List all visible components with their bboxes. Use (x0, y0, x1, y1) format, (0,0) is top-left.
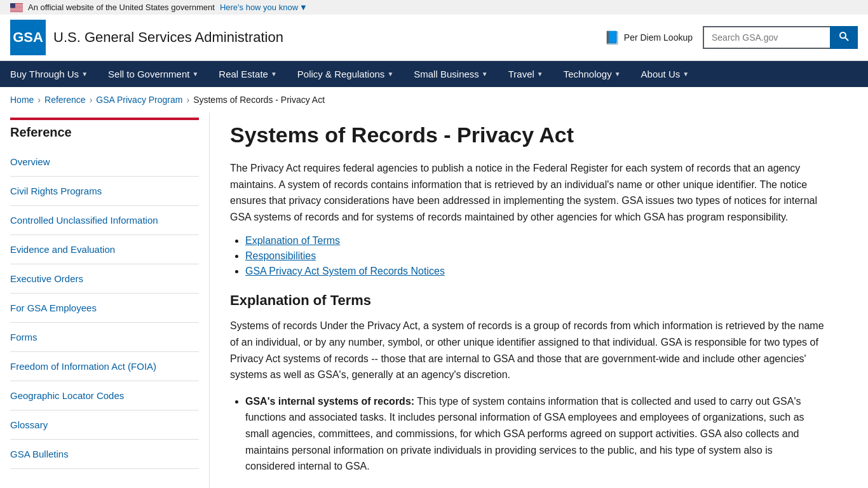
internal-systems-list: GSA's internal systems of records: This … (245, 393, 825, 488)
breadcrumb-sep-3: › (186, 95, 189, 105)
svg-line-9 (845, 37, 848, 41)
breadcrumb-sep-2: › (90, 95, 93, 105)
internal-systems-text: GSA's internal systems of records: This … (245, 393, 825, 475)
sidebar-item-controlled[interactable]: Controlled Unclassified Information (10, 206, 199, 235)
sidebar-item-geographic[interactable]: Geographic Locator Codes (10, 381, 199, 410)
sidebar-title: Reference (10, 118, 199, 147)
header-right-area: 📘 Per Diem Lookup (604, 26, 858, 49)
nav-arrow-travel: ▼ (537, 71, 543, 78)
nav-item-policy[interactable]: Policy & Regulations ▼ (287, 61, 403, 87)
breadcrumb-home[interactable]: Home (10, 95, 34, 105)
per-diem-icon: 📘 (604, 30, 620, 45)
nav-arrow-buy: ▼ (81, 71, 88, 78)
sidebar-item-evidence[interactable]: Evidence and Evaluation (10, 235, 199, 264)
breadcrumb-sep-1: › (37, 95, 41, 105)
nav-arrow-smallbiz: ▼ (482, 71, 488, 78)
per-diem-lookup[interactable]: 📘 Per Diem Lookup (604, 30, 693, 45)
internal-systems-item: GSA's internal systems of records: This … (245, 393, 825, 475)
per-diem-label: Per Diem Lookup (624, 32, 693, 43)
gsa-logo: GSA (10, 20, 46, 55)
main-content: Systems of Records - Privacy Act The Pri… (210, 112, 845, 488)
nav-item-smallbiz[interactable]: Small Business ▼ (403, 61, 498, 87)
breadcrumb-reference[interactable]: Reference (44, 95, 86, 105)
search-bar (703, 26, 858, 49)
list-item: Responsibilities (245, 250, 825, 262)
svg-rect-6 (10, 10, 23, 11)
sidebar-item-civil-rights[interactable]: Civil Rights Programs (10, 177, 199, 206)
sidebar: Reference Overview Civil Rights Programs… (0, 112, 210, 488)
breadcrumb-privacy-program[interactable]: GSA Privacy Program (96, 95, 182, 105)
link-explanation-of-terms[interactable]: Explanation of Terms (245, 235, 340, 246)
sidebar-item-gsa-bulletins[interactable]: GSA Bulletins (10, 440, 199, 469)
internal-systems-label: GSA's internal systems of records: (245, 396, 414, 407)
nav-arrow-technology: ▼ (614, 71, 621, 78)
nav-item-about[interactable]: About Us ▼ (631, 61, 700, 87)
banner-text: An official website of the United States… (28, 3, 215, 12)
nav-item-travel[interactable]: Travel ▼ (498, 61, 553, 87)
sidebar-item-for-gsa[interactable]: For GSA Employees (10, 294, 199, 323)
explanation-section-title: Explanation of Terms (230, 292, 825, 309)
search-button[interactable] (830, 26, 858, 49)
breadcrumb-current: Systems of Records - Privacy Act (193, 95, 325, 105)
search-input[interactable] (703, 26, 830, 49)
list-item: Explanation of Terms (245, 235, 825, 247)
main-layout: Reference Overview Civil Rights Programs… (0, 112, 868, 488)
sidebar-item-executive-orders[interactable]: Executive Orders (10, 264, 199, 294)
nav-item-buy[interactable]: Buy Through Us ▼ (0, 61, 98, 87)
sidebar-item-glossary[interactable]: Glossary (10, 410, 199, 440)
content-links-list: Explanation of Terms Responsibilities GS… (245, 235, 825, 277)
how-to-know-link[interactable]: Here's how you know ▼ (220, 3, 308, 12)
sidebar-item-forms[interactable]: Forms (10, 323, 199, 352)
list-item: GSA Privacy Act System of Records Notice… (245, 266, 825, 277)
nav-item-technology[interactable]: Technology ▼ (553, 61, 631, 87)
sidebar-item-foia[interactable]: Freedom of Information Act (FOIA) (10, 352, 199, 381)
us-flag-icon (10, 3, 23, 12)
nav-arrow-policy: ▼ (387, 71, 393, 78)
nav-arrow-about: ▼ (682, 71, 689, 78)
gov-banner: An official website of the United States… (0, 0, 868, 15)
svg-rect-5 (10, 9, 23, 10)
nav-item-sell[interactable]: Sell to Government ▼ (98, 61, 208, 87)
intro-paragraph: The Privacy Act requires federal agencie… (230, 160, 825, 225)
search-icon (839, 31, 849, 41)
header-logo-area: GSA U.S. General Services Administration (10, 20, 283, 55)
explanation-paragraph: Systems of records Under the Privacy Act… (230, 318, 825, 383)
page-title: Systems of Records - Privacy Act (230, 123, 825, 147)
svg-rect-4 (10, 8, 23, 8)
svg-rect-7 (10, 3, 15, 8)
link-gsa-privacy-notices[interactable]: GSA Privacy Act System of Records Notice… (245, 266, 445, 276)
government-systems-item: GSA's government-wide systems of records… (245, 485, 825, 488)
nav-arrow-realestate: ▼ (271, 71, 277, 78)
sidebar-item-overview[interactable]: Overview (10, 147, 199, 177)
agency-name: U.S. General Services Administration (53, 29, 283, 46)
breadcrumb: Home › Reference › GSA Privacy Program ›… (0, 87, 868, 112)
nav-item-realestate[interactable]: Real Estate ▼ (208, 61, 287, 87)
link-responsibilities[interactable]: Responsibilities (245, 250, 316, 261)
government-systems-text: GSA's government-wide systems of records… (245, 485, 825, 488)
internal-systems-body: This type of system contains information… (245, 396, 804, 471)
main-nav: Buy Through Us ▼ Sell to Government ▼ Re… (0, 61, 868, 87)
svg-point-8 (840, 32, 846, 38)
nav-arrow-sell: ▼ (192, 71, 198, 78)
site-header: GSA U.S. General Services Administration… (0, 15, 868, 61)
